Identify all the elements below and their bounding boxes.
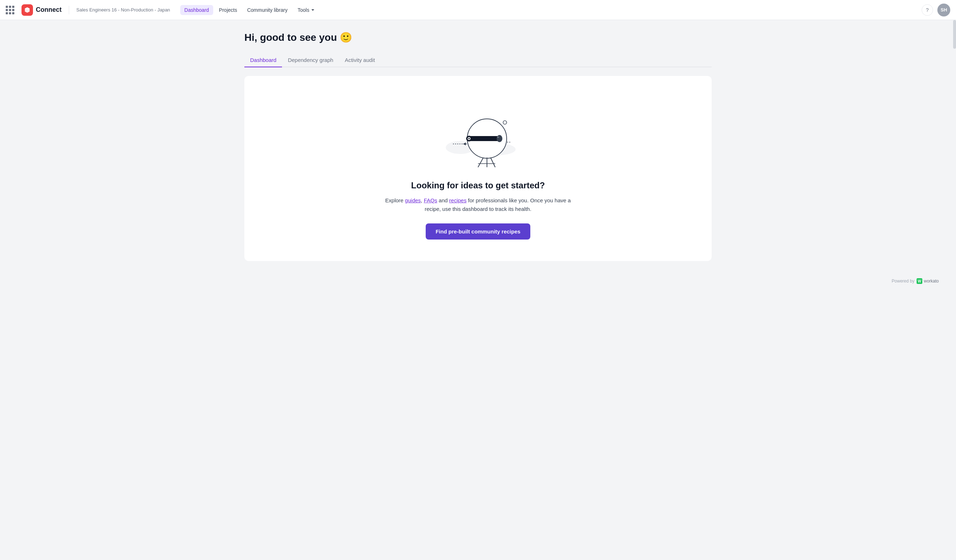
navbar: Connect Sales Engineers 16 - Non-Product… bbox=[0, 0, 956, 20]
nav-link-projects[interactable]: Projects bbox=[215, 5, 242, 15]
help-button[interactable]: ? bbox=[921, 4, 933, 16]
telescope-illustration bbox=[431, 97, 525, 169]
workato-brand-name: workato bbox=[924, 279, 939, 284]
footer: Powered by W workato bbox=[0, 273, 956, 290]
brand-name: Connect bbox=[36, 6, 61, 14]
tab-dashboard[interactable]: Dashboard bbox=[244, 53, 282, 67]
find-community-recipes-button[interactable]: Find pre-built community recipes bbox=[426, 223, 531, 240]
svg-line-15 bbox=[491, 158, 495, 167]
chevron-down-icon bbox=[311, 8, 315, 12]
nav-link-community-library[interactable]: Community library bbox=[243, 5, 292, 15]
svg-rect-7 bbox=[467, 136, 500, 141]
tab-bar: Dashboard Dependency graph Activity audi… bbox=[244, 53, 712, 67]
faqs-link[interactable]: FAQs bbox=[424, 197, 437, 203]
main-content: Hi, good to see you 🙂 Dashboard Dependen… bbox=[227, 20, 729, 273]
nav-link-dashboard[interactable]: Dashboard bbox=[180, 5, 214, 15]
powered-by-label: Powered by bbox=[892, 279, 914, 284]
svg-point-4 bbox=[503, 121, 507, 124]
svg-line-13 bbox=[478, 158, 483, 167]
avatar[interactable]: SH bbox=[937, 3, 950, 16]
brand-logo-link[interactable]: Connect bbox=[22, 4, 61, 16]
grid-menu-icon[interactable] bbox=[6, 6, 14, 14]
guides-link[interactable]: guides bbox=[405, 197, 421, 203]
recipes-link[interactable]: recipes bbox=[449, 197, 467, 203]
nav-separator bbox=[69, 6, 69, 14]
workato-logo: W workato bbox=[917, 278, 939, 284]
tab-dependency-graph[interactable]: Dependency graph bbox=[282, 53, 339, 67]
dashboard-card: Looking for ideas to get started? Explor… bbox=[244, 76, 712, 261]
brand-logo bbox=[22, 4, 33, 16]
card-title: Looking for ideas to get started? bbox=[411, 180, 545, 190]
nav-right: ? SH bbox=[921, 3, 950, 16]
environment-label: Sales Engineers 16 - Non-Production - Ja… bbox=[76, 7, 170, 13]
svg-point-8 bbox=[497, 135, 502, 142]
scrollbar-track[interactable] bbox=[953, 20, 956, 560]
tab-activity-audit[interactable]: Activity audit bbox=[339, 53, 381, 67]
nav-links: Dashboard Projects Community library Too… bbox=[180, 5, 320, 15]
nav-link-tools[interactable]: Tools bbox=[293, 5, 319, 15]
svg-point-12 bbox=[497, 136, 499, 138]
svg-point-11 bbox=[468, 138, 470, 139]
page-greeting: Hi, good to see you 🙂 bbox=[244, 31, 712, 43]
scrollbar-thumb[interactable] bbox=[953, 20, 956, 49]
workato-w-icon: W bbox=[917, 278, 922, 284]
card-description: Explore guides, FAQs and recipes for pro… bbox=[385, 196, 571, 213]
